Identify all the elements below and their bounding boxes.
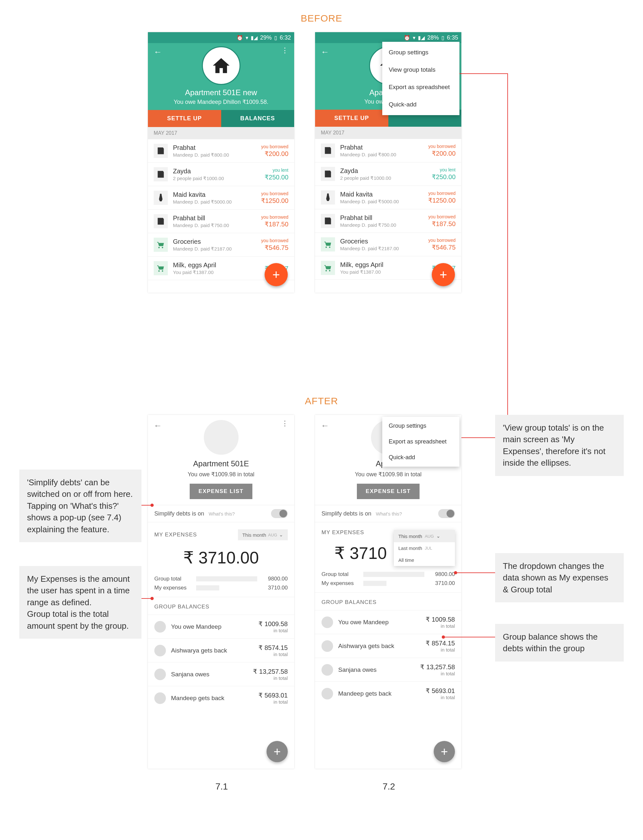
back-icon[interactable]: ← bbox=[321, 421, 329, 431]
overflow-menu: Group settingsExport as spreadsheetQuick… bbox=[382, 417, 459, 467]
whats-this-link[interactable]: What's this? bbox=[209, 511, 235, 516]
balance-row[interactable]: Aishwarya gets back ₹ 8574.15 in total bbox=[148, 638, 294, 662]
menu-item[interactable]: Export as spreadsheet bbox=[382, 78, 459, 96]
expense-row[interactable]: Prabhat Mandeep D. paid ₹800.00 you borr… bbox=[315, 139, 461, 162]
balance-row[interactable]: Aishwarya gets back ₹ 8574.15 in total bbox=[315, 634, 461, 658]
my-expenses-bar bbox=[363, 581, 387, 586]
menu-item[interactable]: Group settings bbox=[382, 418, 459, 434]
menu-item[interactable]: View group totals bbox=[382, 61, 459, 78]
menu-item[interactable]: Export as spreadsheet bbox=[382, 434, 459, 449]
expense-icon bbox=[321, 167, 335, 181]
expense-title: Maid kavita bbox=[340, 191, 428, 198]
clock-text: 6:32 bbox=[280, 34, 291, 41]
connector-line bbox=[142, 598, 151, 599]
add-fab[interactable]: + bbox=[434, 741, 455, 762]
expense-subtitle: Mandeep D. paid ₹800.00 bbox=[340, 152, 428, 158]
home-icon bbox=[211, 56, 231, 75]
range-option[interactable]: All time bbox=[394, 554, 455, 566]
my-expenses-bar-label: My expenses bbox=[322, 580, 363, 587]
figure-label-72: 7.2 bbox=[383, 781, 395, 792]
balance-row[interactable]: You owe Mandeep ₹ 1009.58 in total bbox=[315, 610, 461, 634]
balance-sub: in total bbox=[426, 647, 455, 652]
expense-row[interactable]: Maid kavita Mandeep D. paid ₹5000.00 you… bbox=[148, 186, 294, 210]
expense-tag: you borrowed bbox=[261, 238, 288, 243]
expense-icon bbox=[154, 214, 168, 228]
avatar bbox=[154, 692, 166, 704]
menu-item[interactable]: Quick-add bbox=[382, 96, 459, 113]
expense-row[interactable]: Zayda 2 people paid ₹1000.00 you lent ₹2… bbox=[148, 163, 294, 186]
expense-icon bbox=[154, 238, 168, 252]
balance-sub: in total bbox=[253, 675, 288, 681]
expense-row[interactable]: Maid kavita Mandeep D. paid ₹5000.00 you… bbox=[315, 186, 461, 209]
expense-row[interactable]: Groceries Mandeep D. paid ₹2187.00 you b… bbox=[315, 233, 461, 256]
expense-amount: ₹187.50 bbox=[428, 220, 455, 228]
balance-amount: ₹ 1009.58 bbox=[258, 620, 288, 628]
group-total-bar bbox=[196, 576, 257, 582]
back-icon[interactable]: ← bbox=[154, 47, 162, 57]
group-subtitle: You owe ₹1009.98 in total bbox=[148, 471, 294, 478]
time-range-dropdown: This monthAUG ⌄Last monthJULAll time bbox=[394, 530, 455, 566]
back-icon[interactable]: ← bbox=[321, 47, 329, 57]
balance-row[interactable]: Sanjana owes ₹ 13,257.58 in total bbox=[315, 658, 461, 681]
simplify-toggle[interactable] bbox=[438, 509, 455, 518]
back-icon[interactable]: ← bbox=[154, 421, 162, 431]
balance-row[interactable]: Mandeep gets back ₹ 5693.01 in total bbox=[315, 681, 461, 705]
expense-amount: ₹250.00 bbox=[264, 173, 288, 181]
overflow-icon[interactable]: ⋮ bbox=[281, 46, 288, 55]
balance-sub: in total bbox=[426, 695, 455, 700]
add-fab[interactable]: + bbox=[266, 741, 288, 762]
figure-label-71: 7.1 bbox=[215, 781, 228, 792]
simplify-label: Simplify debts is on bbox=[322, 510, 371, 517]
callout-simplify: 'Simplify debts' can be switched on or o… bbox=[19, 469, 142, 542]
expense-list-button[interactable]: EXPENSE LIST bbox=[357, 484, 420, 499]
menu-item[interactable]: Group settings bbox=[382, 44, 459, 61]
connector-line bbox=[453, 74, 508, 74]
expense-row[interactable]: Prabhat Mandeep D. paid ₹800.00 you borr… bbox=[148, 139, 294, 163]
range-option[interactable]: Last monthJUL bbox=[394, 542, 455, 554]
phone-before-1: ⏰ ▾ ▮◢ 29% ▯ 6:32 ← ⋮ Apartment 501E new… bbox=[148, 32, 294, 293]
expense-row[interactable]: Prabhat bill Mandeep D. paid ₹750.00 you… bbox=[148, 210, 294, 233]
balance-row[interactable]: Sanjana owes ₹ 13,257.58 in total bbox=[148, 662, 294, 686]
balance-amount: ₹ 5693.01 bbox=[426, 687, 455, 695]
simplify-toggle[interactable] bbox=[271, 509, 288, 518]
expense-title: Prabhat bill bbox=[340, 214, 428, 222]
menu-item[interactable]: Quick-add bbox=[382, 449, 459, 465]
time-range-select[interactable]: This monthAUG ⌄Last monthJULAll time bbox=[446, 530, 455, 535]
group-total-value: 9800.00 bbox=[268, 576, 288, 582]
expense-subtitle: Mandeep D. paid ₹2187.00 bbox=[173, 246, 261, 252]
battery-icon: ▯ bbox=[441, 35, 444, 41]
expense-amount: ₹1250.00 bbox=[428, 196, 455, 204]
phone-after-1: ← ⋮ Apartment 501E You owe ₹1009.98 in t… bbox=[148, 415, 294, 769]
connector-line bbox=[456, 572, 495, 573]
settle-up-button[interactable]: SETTLE UP bbox=[315, 109, 388, 127]
group-balances-title: GROUP BALANCES bbox=[148, 597, 294, 614]
group-subtitle: You owe Mandeep Dhillon ₹1009.58. bbox=[148, 98, 294, 106]
group-total-label: Group total bbox=[322, 571, 363, 578]
balance-sub: in total bbox=[258, 699, 288, 704]
range-option[interactable]: This monthAUG ⌄ bbox=[394, 530, 455, 542]
expense-title: Groceries bbox=[173, 238, 261, 245]
expense-amount: ₹200.00 bbox=[261, 150, 288, 158]
balance-row[interactable]: Mandeep gets back ₹ 5693.01 in total bbox=[148, 686, 294, 710]
expense-row[interactable]: Prabhat bill Mandeep D. paid ₹750.00 you… bbox=[315, 209, 461, 233]
connector-line bbox=[508, 74, 508, 415]
settle-up-button[interactable]: SETTLE UP bbox=[148, 110, 221, 127]
balance-name: Aishwarya gets back bbox=[338, 642, 394, 650]
add-fab[interactable]: + bbox=[432, 263, 455, 286]
expense-tag: you borrowed bbox=[261, 144, 288, 149]
whats-this-link[interactable]: What's this? bbox=[376, 511, 402, 516]
balances-button[interactable]: BALANCES bbox=[221, 110, 294, 127]
expense-row[interactable]: Zayda 2 people paid ₹1000.00 you lent ₹2… bbox=[315, 162, 461, 186]
callout-dropdown: The dropdown changes the data shown as M… bbox=[495, 553, 624, 602]
balance-row[interactable]: You owe Mandeep ₹ 1009.58 in total bbox=[148, 614, 294, 638]
time-range-select[interactable]: This month AUG ⌄ bbox=[238, 529, 288, 540]
avatar bbox=[322, 688, 333, 699]
expense-title: Milk, eggs April bbox=[173, 261, 264, 269]
overflow-icon[interactable]: ⋮ bbox=[281, 419, 288, 428]
group-header: ← ⋮ Apartment 501E new You owe Mandeep D… bbox=[148, 43, 294, 127]
expense-icon bbox=[321, 144, 335, 158]
balance-sub: in total bbox=[258, 628, 288, 633]
add-fab[interactable]: + bbox=[264, 263, 288, 286]
expense-row[interactable]: Groceries Mandeep D. paid ₹2187.00 you b… bbox=[148, 233, 294, 257]
expense-list-button[interactable]: EXPENSE LIST bbox=[190, 484, 253, 499]
